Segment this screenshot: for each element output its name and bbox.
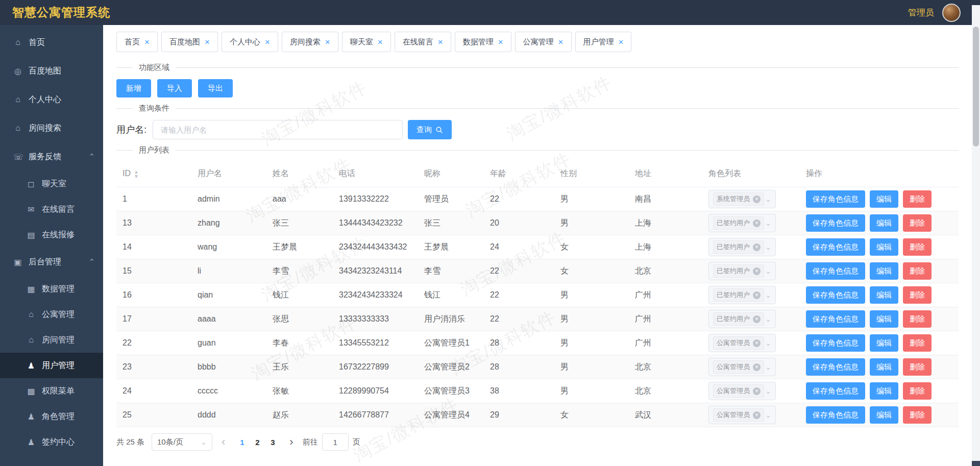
edit-button[interactable]: 编辑	[870, 238, 898, 256]
sort-icons[interactable]: ▲▼	[134, 169, 139, 179]
role-select[interactable]: 公寓管理员× ⌄	[708, 358, 776, 376]
tab-online-message[interactable]: 在线留言 ×	[395, 32, 451, 52]
tab-chat-room[interactable]: 聊天室 ×	[342, 32, 391, 52]
sidebar-item-home[interactable]: ⌂ 首页	[0, 28, 103, 57]
delete-button[interactable]: 删除	[903, 214, 932, 232]
page-number-1[interactable]: 1	[234, 438, 250, 447]
sidebar-item-permission-menu[interactable]: ▩ 权限菜单	[0, 378, 103, 404]
edit-button[interactable]: 编辑	[870, 214, 898, 232]
sidebar-item-apartment-management[interactable]: ⌂ 公寓管理	[0, 302, 103, 327]
edit-button[interactable]: 编辑	[870, 406, 898, 424]
sort-desc-icon[interactable]: ▼	[134, 174, 139, 179]
save-role-button[interactable]: 保存角色信息	[806, 358, 865, 376]
save-role-button[interactable]: 保存角色信息	[806, 238, 865, 256]
search-button[interactable]: 查询	[408, 120, 452, 139]
edit-button[interactable]: 编辑	[870, 382, 898, 400]
sidebar-item-data-management[interactable]: ▦ 数据管理	[0, 276, 103, 302]
tag-close-icon[interactable]: ×	[753, 267, 761, 275]
close-tab-icon[interactable]: ×	[205, 38, 210, 46]
role-select[interactable]: 已签约用户× ⌄	[708, 238, 776, 256]
delete-button[interactable]: 删除	[903, 310, 932, 328]
tag-close-icon[interactable]: ×	[753, 363, 761, 371]
tag-close-icon[interactable]: ×	[753, 411, 761, 419]
sidebar-item-signing-center[interactable]: ♟ 签约中心	[0, 429, 103, 455]
delete-button[interactable]: 删除	[903, 406, 932, 424]
save-role-button[interactable]: 保存角色信息	[806, 262, 865, 280]
edit-button[interactable]: 编辑	[870, 334, 898, 352]
delete-button[interactable]: 删除	[903, 334, 932, 352]
delete-button[interactable]: 删除	[903, 238, 932, 256]
next-page-button[interactable]: ›	[287, 436, 295, 448]
sidebar-item-online-message[interactable]: ✉ 在线留言	[0, 197, 103, 222]
delete-button[interactable]: 删除	[903, 382, 932, 400]
tag-close-icon[interactable]: ×	[753, 219, 761, 227]
prev-page-button[interactable]: ‹	[219, 436, 227, 448]
sidebar-item-online-repair[interactable]: ▤ 在线报修	[0, 222, 103, 248]
tab-baidu-map[interactable]: 百度地图 ×	[161, 32, 218, 52]
export-button[interactable]: 导出	[198, 79, 233, 97]
page-number-3[interactable]: 3	[265, 438, 280, 447]
sidebar-item-service-feedback[interactable]: ☏ 服务反馈 ⌃	[0, 142, 103, 171]
delete-button[interactable]: 删除	[903, 286, 932, 304]
goto-page-input[interactable]	[322, 433, 349, 451]
role-select[interactable]: 已签约用户× ⌄	[708, 310, 776, 328]
tag-close-icon[interactable]: ×	[753, 315, 761, 323]
role-select[interactable]: 已签约用户× ⌄	[708, 214, 776, 232]
close-tab-icon[interactable]: ×	[498, 38, 503, 46]
edit-button[interactable]: 编辑	[870, 358, 898, 376]
save-role-button[interactable]: 保存角色信息	[806, 334, 865, 352]
save-role-button[interactable]: 保存角色信息	[806, 286, 865, 304]
import-button[interactable]: 导入	[157, 79, 192, 97]
role-select[interactable]: 公寓管理员× ⌄	[708, 334, 776, 352]
role-select[interactable]: 系统管理员× ⌄	[708, 190, 776, 208]
edit-button[interactable]: 编辑	[870, 262, 898, 280]
tag-close-icon[interactable]: ×	[753, 339, 761, 347]
page-size-select[interactable]: 10条/页 ⌄	[152, 433, 212, 451]
close-tab-icon[interactable]: ×	[438, 38, 443, 46]
sidebar-item-user-management[interactable]: ♟ 用户管理	[0, 353, 103, 378]
sidebar-item-baidu-map[interactable]: ◎ 百度地图	[0, 57, 103, 85]
save-role-button[interactable]: 保存角色信息	[806, 214, 865, 232]
save-role-button[interactable]: 保存角色信息	[806, 310, 865, 328]
sidebar-item-role-management[interactable]: ♟ 角色管理	[0, 404, 103, 429]
role-select[interactable]: 已签约用户× ⌄	[708, 286, 776, 304]
sidebar-item-room-search[interactable]: ⌂ 房间搜索	[0, 114, 103, 142]
tab-apartment-management[interactable]: 公寓管理 ×	[515, 32, 572, 52]
role-select[interactable]: 公寓管理员× ⌄	[708, 382, 776, 400]
close-tab-icon[interactable]: ×	[325, 38, 330, 46]
tag-close-icon[interactable]: ×	[753, 291, 761, 299]
add-button[interactable]: 新增	[116, 79, 151, 97]
role-select[interactable]: 已签约用户× ⌄	[708, 262, 776, 280]
scrollbar-thumb[interactable]	[973, 27, 979, 146]
tag-close-icon[interactable]: ×	[753, 387, 761, 395]
close-tab-icon[interactable]: ×	[265, 38, 270, 46]
role-select[interactable]: 公寓管理员× ⌄	[708, 406, 776, 424]
save-role-button[interactable]: 保存角色信息	[806, 382, 865, 400]
sidebar-item-room-management[interactable]: ⌂ 房间管理	[0, 327, 103, 353]
tab-personal-center[interactable]: 个人中心 ×	[222, 32, 278, 52]
save-role-button[interactable]: 保存角色信息	[806, 406, 865, 424]
edit-button[interactable]: 编辑	[870, 190, 898, 208]
tab-home[interactable]: 首页 ×	[116, 32, 158, 52]
close-tab-icon[interactable]: ×	[558, 38, 564, 46]
edit-button[interactable]: 编辑	[870, 286, 898, 304]
tab-room-search[interactable]: 房间搜索 ×	[282, 32, 338, 52]
current-user-label[interactable]: 管理员	[908, 7, 934, 18]
sidebar-item-backend-admin[interactable]: ▣ 后台管理 ⌃	[0, 248, 103, 276]
close-tab-icon[interactable]: ×	[619, 38, 624, 46]
edit-button[interactable]: 编辑	[870, 310, 898, 328]
close-tab-icon[interactable]: ×	[378, 38, 383, 46]
delete-button[interactable]: 删除	[903, 358, 932, 376]
tag-close-icon[interactable]: ×	[753, 243, 761, 251]
sidebar-item-chat-room[interactable]: ◻ 聊天室	[0, 171, 103, 197]
delete-button[interactable]: 删除	[903, 190, 932, 208]
page-number-2[interactable]: 2	[250, 438, 265, 447]
tag-close-icon[interactable]: ×	[753, 195, 761, 203]
column-id[interactable]: ID▲▼	[116, 161, 191, 187]
avatar[interactable]	[942, 4, 961, 22]
save-role-button[interactable]: 保存角色信息	[806, 190, 865, 208]
tab-user-management[interactable]: 用户管理 ×	[575, 32, 632, 52]
username-input[interactable]	[153, 120, 403, 139]
close-tab-icon[interactable]: ×	[144, 38, 150, 46]
delete-button[interactable]: 删除	[903, 262, 932, 280]
